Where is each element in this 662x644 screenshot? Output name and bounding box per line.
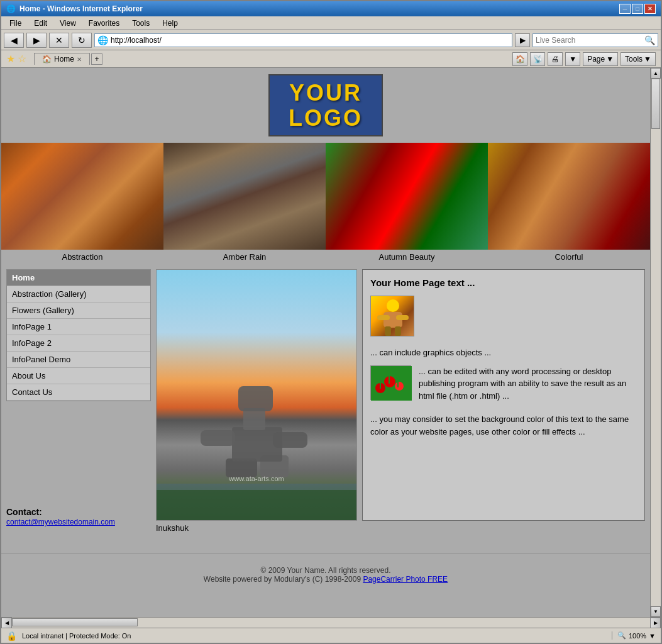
- nav-item-contact[interactable]: Contact Us: [7, 384, 150, 401]
- scroll-right-button[interactable]: ▶: [650, 618, 661, 628]
- gallery-photo-autumn[interactable]: [326, 143, 488, 250]
- scroll-thumb[interactable]: [651, 79, 660, 129]
- logo-text: YOUR LOGO: [289, 80, 363, 130]
- menu-edit[interactable]: Edit: [28, 17, 53, 30]
- browser-icon: 🌐: [6, 4, 16, 13]
- zoom-icon: 🔍: [617, 631, 626, 640]
- page-button[interactable]: Page ▼: [583, 52, 618, 66]
- tools-arrow-icon: ▼: [644, 55, 651, 64]
- tab-icon: 🏠: [42, 55, 52, 64]
- feeds-button[interactable]: 📡: [530, 52, 545, 66]
- status-text: Local intranet | Protected Mode: On: [22, 632, 607, 640]
- logo-line1: YOUR: [289, 80, 363, 106]
- globe-icon: 🌐: [97, 35, 108, 45]
- home-toolbar-button[interactable]: 🏠: [512, 52, 527, 66]
- search-bar-wrap: 🔍: [532, 33, 658, 47]
- tab-label: Home: [54, 55, 74, 64]
- zoom-control: 🔍 100% ▼: [612, 631, 656, 640]
- scroll-up-button[interactable]: ▲: [651, 68, 661, 79]
- print-arrow-button[interactable]: ▼: [565, 52, 580, 66]
- new-tab-button[interactable]: +: [91, 53, 102, 65]
- search-input[interactable]: [536, 36, 644, 45]
- browser-window: 🌐 Home - Windows Internet Explorer ─ □ ✕…: [0, 0, 662, 644]
- page-scroll[interactable]: YOUR LOGO Abstraction Amber Rain: [1, 68, 650, 617]
- toolbar-bar: ★ ☆ 🏠 Home ✕ + 🏠 📡 🖨 ▼ Page ▼ Tools ▼: [1, 50, 661, 68]
- photo-caption: Inukshuk: [156, 521, 357, 535]
- nav-menu: Home Abstraction (Gallery) Flowers (Gall…: [6, 269, 151, 401]
- content-title: Your Home Page text ...: [370, 277, 637, 288]
- nav-item-infopage2[interactable]: InfoPage 2: [7, 335, 150, 352]
- svg-point-18: [395, 382, 404, 391]
- svg-rect-14: [395, 326, 401, 336]
- go-button[interactable]: ▶: [515, 33, 530, 47]
- svg-rect-13: [385, 326, 391, 336]
- gallery-strip: [1, 143, 650, 250]
- tools-button[interactable]: Tools ▼: [621, 52, 656, 66]
- svg-rect-20: [397, 374, 399, 387]
- gallery-photo-abstraction[interactable]: [1, 143, 163, 250]
- svg-rect-6: [238, 386, 273, 411]
- menu-view[interactable]: View: [54, 17, 82, 30]
- content-image-1: [370, 296, 414, 336]
- svg-rect-5: [243, 408, 265, 430]
- address-input[interactable]: [111, 36, 509, 45]
- nav-item-infopanel[interactable]: InfoPanel Demo: [7, 352, 150, 368]
- page-label: Page: [587, 55, 605, 64]
- close-button[interactable]: ✕: [644, 4, 656, 14]
- svg-point-9: [387, 299, 399, 312]
- main-layout: Home Abstraction (Gallery) Flowers (Gall…: [1, 264, 650, 540]
- caption-autumn: Autumn Beauty: [326, 250, 488, 264]
- logo-box: YOUR LOGO: [268, 74, 383, 136]
- content-graphic-1-svg: [371, 296, 415, 337]
- contact-email-link[interactable]: contact@mywebsitedomain.com: [6, 518, 115, 526]
- h-scroll-thumb[interactable]: [12, 618, 138, 626]
- zoom-arrow-icon[interactable]: ▼: [649, 632, 656, 640]
- content-box: Your Home Page text ...: [362, 269, 645, 521]
- refresh-button[interactable]: ↻: [72, 33, 92, 48]
- stop-button[interactable]: ✕: [49, 33, 69, 48]
- nav-item-infopage1[interactable]: InfoPage 1: [7, 319, 150, 335]
- menu-bar: File Edit View Favorites Tools Help: [1, 16, 661, 30]
- title-bar-controls: ─ □ ✕: [619, 4, 656, 14]
- horizontal-scrollbar[interactable]: ◀ ▶: [1, 617, 661, 628]
- menu-tools[interactable]: Tools: [126, 17, 155, 30]
- nav-item-home[interactable]: Home: [7, 270, 150, 286]
- nav-item-flowers[interactable]: Flowers (Gallery): [7, 303, 150, 319]
- svg-rect-8: [157, 490, 357, 521]
- scroll-track-area: [651, 79, 661, 606]
- content-text-1: ... can include graphics objects ...: [370, 347, 637, 359]
- tools-label: Tools: [625, 55, 643, 64]
- title-bar: 🌐 Home - Windows Internet Explorer ─ □ ✕: [1, 1, 661, 16]
- content-area: YOUR LOGO Abstraction Amber Rain: [1, 68, 661, 617]
- svg-rect-4: [273, 432, 307, 448]
- main-photo: www.ata-arts.com: [156, 269, 357, 521]
- content-image-2: [370, 365, 411, 400]
- content-graphic-2-svg: [371, 366, 412, 401]
- gallery-photo-amber[interactable]: [163, 143, 326, 250]
- webpage: YOUR LOGO Abstraction Amber Rain: [1, 68, 650, 617]
- caption-colorful: Colorful: [488, 250, 650, 264]
- nav-item-about[interactable]: About Us: [7, 368, 150, 384]
- browser-tab-home[interactable]: 🏠 Home ✕: [34, 53, 90, 65]
- minimize-button[interactable]: ─: [619, 4, 631, 14]
- search-icon[interactable]: 🔍: [644, 35, 655, 45]
- add-favorites-icon[interactable]: ☆: [18, 53, 26, 65]
- tab-close-icon[interactable]: ✕: [77, 56, 82, 63]
- favorites-star-icon[interactable]: ★: [6, 53, 15, 65]
- toolbar-right: 🏠 📡 🖨 ▼ Page ▼ Tools ▼: [512, 52, 656, 66]
- footer-link[interactable]: PageCarrier Photo FREE: [363, 575, 448, 584]
- menu-help[interactable]: Help: [157, 17, 184, 30]
- restore-button[interactable]: □: [632, 4, 643, 14]
- back-button[interactable]: ◀: [4, 33, 24, 48]
- page-arrow-icon: ▼: [606, 55, 614, 64]
- gallery-photo-colorful[interactable]: [488, 143, 650, 250]
- menu-favorites[interactable]: Favorites: [83, 17, 125, 30]
- vertical-scrollbar[interactable]: ▲ ▼: [650, 68, 661, 617]
- nav-item-abstraction[interactable]: Abstraction (Gallery): [7, 286, 150, 303]
- svg-rect-12: [396, 315, 409, 320]
- print-button[interactable]: 🖨: [548, 52, 563, 66]
- menu-file[interactable]: File: [4, 17, 27, 30]
- scroll-down-button[interactable]: ▼: [651, 606, 661, 617]
- forward-button[interactable]: ▶: [26, 33, 47, 48]
- scroll-left-button[interactable]: ◀: [1, 618, 12, 628]
